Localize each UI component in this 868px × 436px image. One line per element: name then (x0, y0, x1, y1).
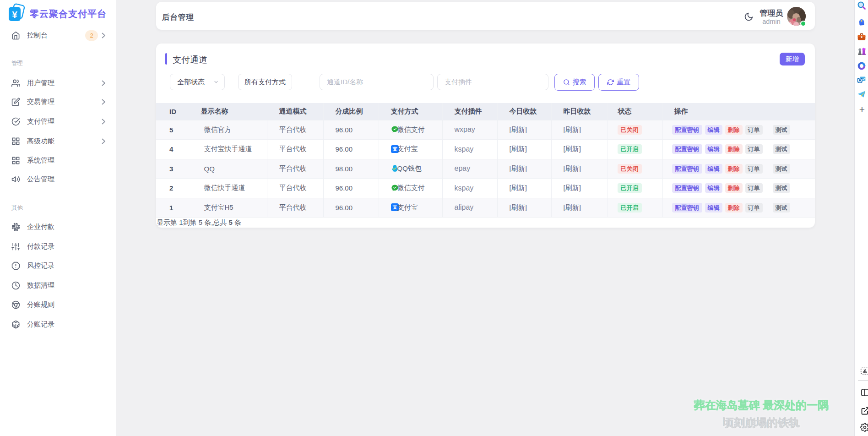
svg-text:¥: ¥ (12, 9, 17, 20)
svg-text:支: 支 (392, 146, 397, 152)
svg-text:支: 支 (392, 205, 397, 210)
